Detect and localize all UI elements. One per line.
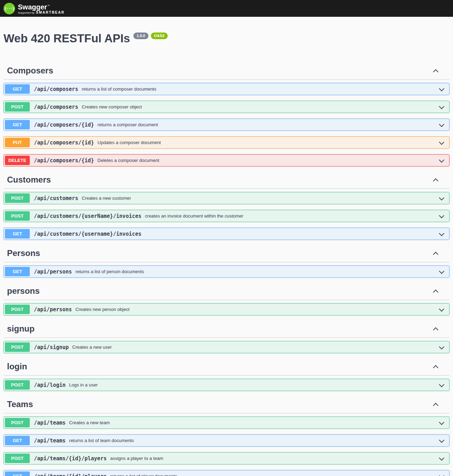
tag-section: signup POST /api/signup Creates a new us…	[4, 321, 449, 353]
operation-path: /api/composers/{id}	[34, 122, 94, 128]
brand-subtitle: Supported by SMARTBEAR	[18, 10, 64, 14]
operation-row[interactable]: GET /api/teams returns a list of team do…	[4, 434, 449, 447]
api-title: Web 420 RESTFul APIs1.0.0OAS3	[4, 32, 449, 45]
chevron-down-icon[interactable]	[439, 122, 444, 127]
topbar: {···} Swagger™ Supported by SMARTBEAR	[0, 0, 453, 17]
operation-row[interactable]: POST /api/teams Creates a new team	[4, 417, 449, 429]
chevron-up-icon[interactable]	[433, 326, 438, 331]
operation-row[interactable]: POST /api/customers Creates a new custom…	[4, 192, 449, 204]
method-badge: GET	[5, 436, 30, 445]
chevron-up-icon[interactable]	[433, 251, 438, 256]
tag-section: persons POST /api/persons Creates new pe…	[4, 283, 449, 315]
operation-row[interactable]: GET /api/composers/{id} returns a compos…	[4, 119, 449, 131]
tag-section: Composers GET /api/composers returns a l…	[4, 63, 449, 166]
method-badge: GET	[5, 471, 30, 476]
swagger-logo-icon: {···}	[4, 3, 15, 14]
tag-title: Teams	[7, 399, 33, 409]
method-badge: GET	[5, 120, 30, 129]
operation-row[interactable]: POST /api/signup Creates a new user	[4, 341, 449, 353]
operation-description: creates an invoice document within the c…	[145, 213, 243, 219]
method-badge: POST	[5, 380, 30, 390]
operation-path: /api/customers	[34, 195, 78, 201]
chevron-down-icon[interactable]	[439, 345, 444, 350]
operation-description: Logs in a user	[69, 382, 98, 388]
operation-row[interactable]: GET /api/teams/{id}/players returns a li…	[4, 470, 449, 476]
tag-header[interactable]: signup	[4, 321, 449, 338]
operation-path: /api/composers	[34, 104, 78, 110]
method-badge: GET	[5, 84, 30, 94]
braces-glyph: {···}	[4, 6, 14, 11]
operation-description: assigns a player to a team	[110, 456, 163, 461]
tag-title: login	[7, 362, 27, 371]
tag-header[interactable]: Customers	[4, 172, 449, 189]
operation-row[interactable]: POST /api/customers/{userName}/invoices …	[4, 210, 449, 222]
operation-row[interactable]: GET /api/customers/{username}/invoices	[4, 228, 449, 240]
tag-header[interactable]: persons	[4, 283, 449, 300]
swagger-logo-link[interactable]: {···} Swagger™ Supported by SMARTBEAR	[4, 2, 64, 15]
operation-row[interactable]: POST /api/login Logs in a user	[4, 379, 449, 391]
chevron-up-icon[interactable]	[433, 68, 438, 73]
chevron-down-icon[interactable]	[439, 456, 444, 461]
method-badge: DELETE	[5, 156, 30, 165]
supported-by-label: Supported by	[18, 11, 35, 14]
tag-header[interactable]: login	[4, 359, 449, 376]
operations-list: POST /api/persons Creates new person obj…	[4, 303, 449, 315]
operation-description: returns a list of team documents	[69, 438, 134, 443]
chevron-down-icon[interactable]	[439, 158, 444, 163]
chevron-down-icon[interactable]	[439, 214, 444, 219]
chevron-down-icon[interactable]	[439, 232, 444, 236]
operation-row[interactable]: DELETE /api/composers/{id} Deletes a com…	[4, 154, 449, 166]
chevron-down-icon[interactable]	[439, 196, 444, 201]
tag-section: login POST /api/login Logs in a user	[4, 359, 449, 391]
operation-path: /api/login	[34, 382, 65, 388]
operation-path: /api/customers/{username}/invoices	[34, 231, 141, 237]
tag-title: Customers	[7, 175, 51, 185]
chevron-up-icon[interactable]	[433, 364, 438, 369]
tag-header[interactable]: Persons	[4, 246, 449, 262]
tag-section: Persons GET /api/persons returns a list …	[4, 246, 449, 278]
method-badge: POST	[5, 102, 30, 112]
chevron-down-icon[interactable]	[439, 383, 444, 388]
operation-path: /api/teams/{id}/players	[34, 455, 107, 462]
chevron-down-icon[interactable]	[439, 140, 444, 145]
chevron-down-icon[interactable]	[439, 420, 444, 425]
tag-header[interactable]: Teams	[4, 397, 449, 413]
operation-row[interactable]: POST /api/teams/{id}/players assigns a p…	[4, 452, 449, 464]
operation-row[interactable]: GET /api/persons returns a list of perso…	[4, 265, 449, 278]
operations-list: GET /api/composers returns a list of com…	[4, 83, 449, 166]
swagger-ui-main: Web 420 RESTFul APIs1.0.0OAS3 Composers …	[0, 32, 453, 476]
method-badge: POST	[5, 211, 30, 221]
chevron-down-icon[interactable]	[439, 105, 444, 109]
operations-list: POST /api/customers Creates a new custom…	[4, 192, 449, 240]
chevron-up-icon[interactable]	[433, 289, 438, 293]
operation-row[interactable]: POST /api/composers Creates new composer…	[4, 101, 449, 113]
chevron-down-icon[interactable]	[439, 269, 444, 274]
operations-list: POST /api/teams Creates a new team GET /…	[4, 417, 449, 476]
operation-row[interactable]: PUT /api/composers/{id} Updates a compos…	[4, 136, 449, 149]
operations-list: POST /api/signup Creates a new user	[4, 341, 449, 353]
chevron-up-icon[interactable]	[433, 177, 438, 182]
chevron-down-icon[interactable]	[439, 474, 444, 476]
operation-description: Creates new composer object	[82, 104, 142, 109]
operation-path: /api/composers/{id}	[34, 157, 94, 164]
chevron-up-icon[interactable]	[433, 402, 438, 407]
operation-description: returns a composer document	[98, 122, 158, 127]
tag-header[interactable]: Composers	[4, 63, 449, 80]
api-sections: Composers GET /api/composers returns a l…	[4, 63, 449, 476]
operation-description: returns a list of person documents	[75, 269, 144, 274]
method-badge: POST	[5, 342, 30, 352]
operation-path: /api/composers/{id}	[34, 140, 94, 146]
chevron-down-icon[interactable]	[439, 87, 444, 92]
method-badge: GET	[5, 229, 30, 239]
smartbear-label: SMARTBEAR	[36, 10, 65, 14]
operation-row[interactable]: GET /api/composers returns a list of com…	[4, 83, 449, 95]
operation-row[interactable]: POST /api/persons Creates new person obj…	[4, 303, 449, 315]
operation-path: /api/customers/{userName}/invoices	[34, 213, 141, 219]
method-badge: PUT	[5, 138, 30, 147]
operation-description: Creates a new user	[72, 344, 112, 350]
tag-title: signup	[7, 324, 35, 334]
chevron-down-icon[interactable]	[439, 438, 444, 443]
method-badge: POST	[5, 454, 30, 463]
chevron-down-icon[interactable]	[439, 307, 444, 312]
operation-path: /api/signup	[34, 344, 69, 350]
